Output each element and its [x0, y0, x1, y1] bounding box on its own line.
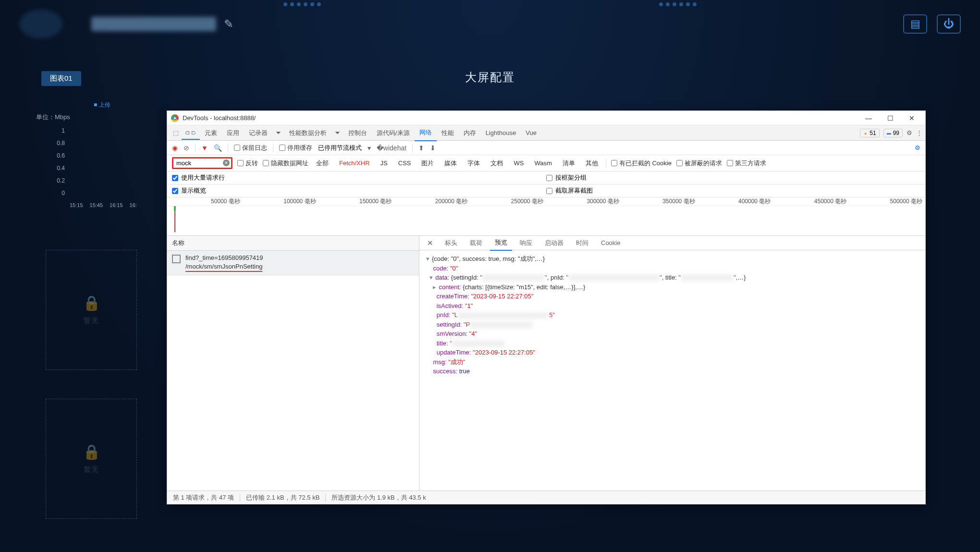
tab-cookies[interactable]: Cookie: [596, 236, 625, 249]
tab-performance[interactable]: 性能: [437, 125, 459, 141]
clear-filter-icon[interactable]: ✕: [223, 159, 230, 166]
titlebar[interactable]: DevTools - localhost:8888/ — ☐ ✕: [167, 111, 925, 125]
tab-memory[interactable]: 内存: [459, 125, 481, 141]
empty-panel[interactable]: 🔒暂无: [46, 250, 137, 370]
throttling-select[interactable]: 已停用节流模式: [318, 144, 362, 152]
wifi-icon[interactable]: �widehat: [377, 144, 406, 152]
options-row: 显示概览 截取屏幕截图: [167, 184, 925, 197]
warning-badge[interactable]: 51: [860, 129, 879, 137]
tab-vue[interactable]: Vue: [521, 126, 541, 140]
record-icon[interactable]: ◉: [172, 144, 178, 152]
chart-legend: ■ 上传: [94, 101, 122, 109]
lock-icon: 🔒: [83, 294, 100, 311]
filter-manifest[interactable]: 清单: [560, 158, 578, 169]
blocked-requests-checkbox[interactable]: 被屏蔽的请求: [676, 159, 722, 168]
filter-input-highlight: ✕: [172, 157, 233, 169]
clear-icon[interactable]: ⊘: [184, 144, 189, 152]
close-detail-icon[interactable]: ✕: [423, 237, 437, 249]
search-icon[interactable]: 🔍: [214, 144, 222, 152]
keep-log-checkbox[interactable]: 保留日志: [234, 144, 267, 152]
invert-checkbox[interactable]: 反转: [237, 159, 258, 168]
more-icon[interactable]: ⋮: [916, 129, 922, 136]
edit-icon[interactable]: ✎: [224, 17, 233, 31]
chart-panel: ■ 上传 单位：Mbps 10.80.6 0.40.20 15:1515:451…: [36, 86, 122, 231]
tab-timing[interactable]: 时间: [571, 236, 593, 250]
network-settings-icon[interactable]: ⚙: [915, 144, 920, 151]
power-button[interactable]: ⏻: [937, 14, 961, 34]
tab-elements[interactable]: 元素: [200, 125, 222, 141]
download-icon[interactable]: ⬇: [430, 144, 436, 152]
center-title: 大屏配置: [465, 70, 515, 85]
devtools-window: DevTools - localhost:8888/ — ☐ ✕ ⬚ ⫏⫐ 元素…: [167, 110, 926, 504]
request-checkbox[interactable]: [172, 255, 181, 263]
close-button[interactable]: ✕: [907, 114, 917, 122]
filter-media[interactable]: 媒体: [441, 158, 460, 169]
y-axis: 10.80.6 0.40.20: [36, 127, 122, 196]
request-row[interactable]: find?_time=1695809957419 /mock/sm/smJson…: [167, 251, 419, 275]
filter-font[interactable]: 字体: [465, 158, 483, 169]
third-party-checkbox[interactable]: 第三方请求: [727, 159, 766, 168]
filter-other[interactable]: 其他: [583, 158, 601, 169]
status-transferred: 已传输 2.1 kB，共 72.5 kB: [246, 493, 319, 502]
panel-tag: 图表01: [41, 71, 81, 86]
device-icon[interactable]: ⫏⫐: [182, 126, 200, 140]
filter-all[interactable]: 全部: [313, 158, 331, 169]
overview-checkbox[interactable]: [172, 188, 178, 194]
filter-fetch-xhr[interactable]: Fetch/XHR: [336, 159, 373, 168]
main-tabs: ⬚ ⫏⫐ 元素 应用 记录器 ⏷ 性能数据分析 ⏷ 控制台 源代码/来源 网络 …: [167, 125, 925, 141]
request-name: find?_time=1695809957419: [185, 254, 263, 262]
group-frame-checkbox[interactable]: [546, 175, 552, 181]
tab-application[interactable]: 应用: [222, 125, 244, 141]
feedback-button[interactable]: ▤: [903, 14, 927, 34]
tab-headers[interactable]: 标头: [440, 236, 462, 250]
json-preview[interactable]: ▾{code: "0", success: true, msg: "成功",…}…: [419, 250, 925, 491]
x-axis: 15:1515:4516:1516:: [70, 202, 122, 208]
status-requests: 第 1 项请求，共 47 项: [173, 493, 234, 502]
chevron-down-icon[interactable]: ▾: [368, 144, 371, 152]
tab-recorder[interactable]: 记录器: [244, 125, 272, 141]
info-badge[interactable]: 99: [883, 129, 903, 137]
timeline-overview[interactable]: 50000 毫秒 100000 毫秒 150000 毫秒 200000 毫秒 2…: [167, 197, 925, 236]
tab-response[interactable]: 响应: [515, 236, 537, 250]
filter-img[interactable]: 图片: [418, 158, 437, 169]
network-toolbar: ◉ ⊘ ▼ 🔍 保留日志 停用缓存 已停用节流模式 ▾ �widehat ⬆ ⬇…: [167, 141, 925, 155]
column-header-name[interactable]: 名称: [167, 236, 419, 251]
screenshots-checkbox[interactable]: [546, 188, 552, 194]
tab-network[interactable]: 网络: [415, 125, 437, 141]
filter-css[interactable]: CSS: [395, 159, 414, 168]
upload-icon[interactable]: ⬆: [418, 144, 424, 152]
logo: [19, 10, 62, 38]
maximize-button[interactable]: ☐: [885, 114, 895, 122]
minimize-button[interactable]: —: [864, 114, 873, 122]
hide-data-urls-checkbox[interactable]: 隐藏数据网址: [263, 159, 308, 168]
disable-cache-checkbox[interactable]: 停用缓存: [279, 144, 312, 152]
tab-initiator[interactable]: 启动器: [540, 236, 568, 250]
request-path: /mock/sm/smJsonPnSetting: [185, 262, 262, 272]
filter-wasm[interactable]: Wasm: [531, 159, 554, 168]
tab-perf-insights[interactable]: 性能数据分析: [284, 125, 331, 141]
dashboard-header: ✎ ▤ ⏻: [0, 5, 980, 43]
filter-icon[interactable]: ▼: [201, 144, 208, 152]
window-title: DevTools - localhost:8888/: [183, 114, 256, 122]
filter-input[interactable]: [173, 159, 231, 168]
settings-icon[interactable]: ⚙: [906, 129, 912, 136]
expand-icon[interactable]: ⏷: [272, 126, 284, 139]
tab-sources[interactable]: 源代码/来源: [372, 125, 415, 141]
filter-bar: ✕ 反转 隐藏数据网址 全部 Fetch/XHR JS CSS 图片 媒体 字体…: [167, 155, 925, 172]
tab-preview[interactable]: 预览: [490, 235, 512, 251]
lock-icon: 🔒: [83, 443, 100, 460]
tab-lighthouse[interactable]: Lighthouse: [481, 126, 521, 140]
filter-ws[interactable]: WS: [511, 159, 527, 168]
empty-panel[interactable]: 🔒暂无: [46, 399, 137, 519]
tab-console[interactable]: 控制台: [343, 125, 372, 141]
big-rows-checkbox[interactable]: [172, 175, 178, 181]
dashboard-title: [91, 17, 216, 31]
tab-payload[interactable]: 载荷: [465, 236, 487, 250]
inspect-icon[interactable]: ⬚: [170, 126, 182, 139]
filter-js[interactable]: JS: [378, 159, 391, 168]
filter-doc[interactable]: 文档: [488, 158, 506, 169]
blocked-cookies-checkbox[interactable]: 有已拦截的 Cookie: [611, 159, 672, 168]
request-list: 名称 find?_time=1695809957419 /mock/sm/smJ…: [167, 236, 419, 491]
timeline-marker: [174, 206, 176, 235]
expand-icon[interactable]: ⏷: [331, 126, 343, 139]
